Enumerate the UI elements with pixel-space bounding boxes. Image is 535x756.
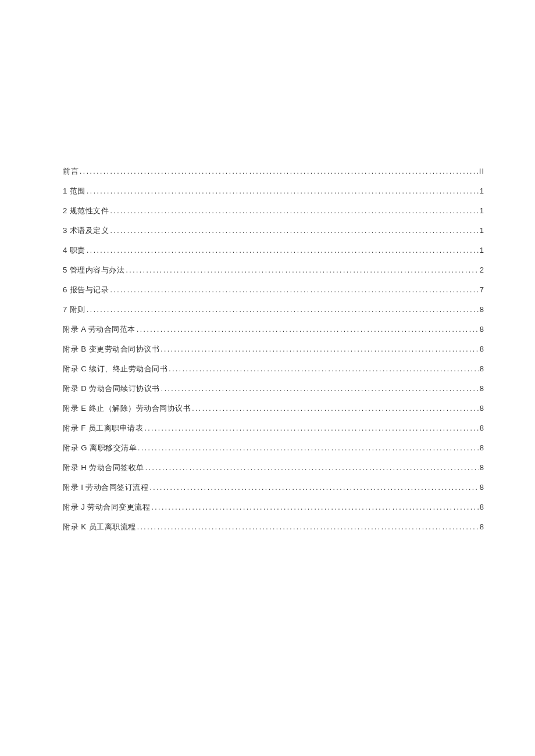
toc-page-number: 8 [480, 517, 484, 537]
toc-entry: 7 附则 8 [63, 300, 484, 320]
toc-label: 附录 B 变更劳动合同协议书 [63, 339, 159, 359]
toc-entry: 附录 D 劳动合同续订协议书 8 [63, 379, 484, 399]
toc-page-number: 8 [480, 418, 484, 438]
toc-entry: 前言 II [63, 162, 484, 181]
toc-dot-leader [144, 418, 478, 438]
toc-entry: 附录 H 劳动合同签收单 8 [63, 458, 484, 478]
toc-label: 附录 I 劳动合同签订流程 [63, 478, 149, 497]
toc-page-number: 1 [480, 241, 484, 260]
toc-entry: 附录 E 终止（解除）劳动合同协议书 8 [63, 399, 484, 418]
toc-page-number: 8 [480, 438, 484, 458]
toc-dot-leader [151, 497, 478, 517]
toc-dot-leader [145, 458, 479, 478]
toc-page-number: 8 [480, 458, 484, 478]
toc-label: 4 职责 [63, 241, 85, 260]
toc-page-number: 1 [480, 221, 484, 241]
toc-dot-leader [110, 280, 479, 300]
toc-label: 附录 K 员工离职流程 [63, 517, 136, 537]
toc-entry: 附录 A 劳动合同范本 8 [63, 320, 484, 339]
toc-label: 附录 G 离职移交清单 [63, 438, 137, 458]
toc-dot-leader [137, 320, 479, 339]
toc-page-number: 1 [480, 201, 484, 221]
toc-entry: 5 管理内容与办法 2 [63, 260, 484, 280]
toc-dot-leader [110, 221, 479, 241]
toc-label: 7 附则 [63, 300, 85, 320]
toc-label: 附录 F 员工离职申请表 [63, 418, 143, 438]
toc-page-number: 2 [480, 260, 484, 280]
toc-dot-leader [87, 241, 479, 260]
toc-entry: 附录 F 员工离职申请表 8 [63, 418, 484, 438]
toc-entry: 6 报告与记录 7 [63, 280, 484, 300]
toc-page-number: 8 [480, 320, 484, 339]
toc-page-number: 8 [480, 359, 484, 379]
toc-entry: 附录 C 续订、终止劳动合同书 8 [63, 359, 484, 379]
toc-dot-leader [87, 181, 479, 201]
toc-page-number: 8 [480, 399, 484, 418]
toc-dot-leader [87, 300, 479, 320]
toc-label: 前言 [63, 162, 79, 181]
toc-entry: 附录 G 离职移交清单 8 [63, 438, 484, 458]
table-of-contents: 前言 II 1 范围 1 2 规范性文件 1 3 术语及定义 1 4 职责 1 … [63, 162, 484, 537]
toc-dot-leader [169, 359, 478, 379]
toc-label: 3 术语及定义 [63, 221, 109, 241]
toc-dot-leader [192, 399, 479, 418]
toc-dot-leader [138, 438, 479, 458]
toc-page-number: 8 [480, 339, 484, 359]
toc-page-number: 8 [480, 497, 484, 517]
toc-page-number: 7 [480, 280, 484, 300]
toc-page-number: 1 [480, 181, 484, 201]
toc-entry: 附录 K 员工离职流程 8 [63, 517, 484, 537]
toc-dot-leader [137, 517, 479, 537]
toc-label: 1 范围 [63, 181, 85, 201]
toc-label: 5 管理内容与办法 [63, 260, 125, 280]
toc-label: 附录 J 劳动合同变更流程 [63, 497, 150, 517]
toc-label: 附录 C 续订、终止劳动合同书 [63, 359, 167, 379]
toc-dot-leader [160, 339, 479, 359]
toc-label: 2 规范性文件 [63, 201, 109, 221]
toc-dot-leader [80, 162, 478, 181]
toc-entry: 附录 B 变更劳动合同协议书 8 [63, 339, 484, 359]
toc-page-number: 8 [480, 300, 484, 320]
toc-label: 附录 H 劳动合同签收单 [63, 458, 144, 478]
toc-label: 附录 D 劳动合同续订协议书 [63, 379, 160, 399]
toc-entry: 附录 J 劳动合同变更流程 8 [63, 497, 484, 517]
toc-entry: 附录 I 劳动合同签订流程 8 [63, 478, 484, 497]
toc-entry: 4 职责 1 [63, 241, 484, 260]
toc-dot-leader [126, 260, 479, 280]
toc-dot-leader [161, 379, 479, 399]
toc-page-number: 8 [480, 379, 484, 399]
toc-label: 附录 E 终止（解除）劳动合同协议书 [63, 399, 191, 418]
toc-entry: 3 术语及定义 1 [63, 221, 484, 241]
toc-page-number: II [479, 162, 484, 181]
toc-dot-leader [150, 478, 479, 497]
toc-page-number: 8 [480, 478, 484, 497]
toc-label: 附录 A 劳动合同范本 [63, 320, 135, 339]
toc-dot-leader [110, 201, 479, 221]
toc-entry: 2 规范性文件 1 [63, 201, 484, 221]
toc-entry: 1 范围 1 [63, 181, 484, 201]
toc-label: 6 报告与记录 [63, 280, 109, 300]
